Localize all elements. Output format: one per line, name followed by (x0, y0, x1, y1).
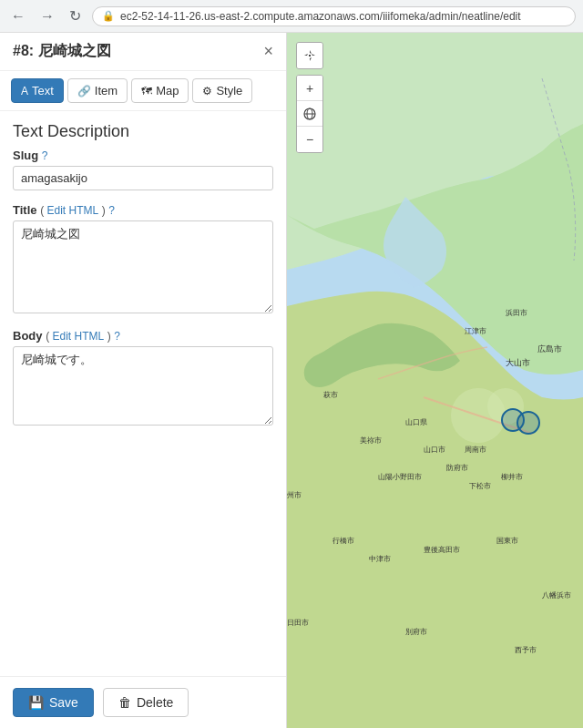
svg-text:防府市: 防府市 (446, 464, 468, 472)
svg-text:周南市: 周南市 (465, 446, 486, 454)
panel-header: #8: 尼崎城之図 × (0, 33, 286, 71)
tab-map[interactable]: 🗺 Map (131, 78, 189, 103)
slug-input[interactable] (13, 166, 273, 190)
text-tab-icon: A (21, 85, 28, 97)
pan-button[interactable] (297, 43, 322, 68)
svg-text:山口市: 山口市 (424, 446, 445, 454)
svg-text:中津市: 中津市 (369, 555, 391, 563)
title-edit-html-link[interactable]: Edit HTML (46, 204, 98, 217)
style-tab-icon: ⚙ (202, 85, 212, 97)
svg-text:国東市: 国東市 (496, 537, 518, 545)
save-icon: 💾 (28, 695, 44, 710)
main-layout: #8: 尼崎城之図 × A Text 🔗 Item 🗺 Map ⚙ Style … (0, 33, 583, 728)
svg-text:大山市: 大山市 (506, 358, 530, 367)
map-background[interactable]: 大山市 江津市 浜田市 広島市 山口県 山口市 美祢市 山陽小野田市 防府市 周… (287, 33, 583, 728)
svg-text:山陽小野田市: 山陽小野田市 (378, 473, 422, 481)
svg-marker-27 (310, 50, 312, 55)
pan-icon (303, 49, 316, 62)
map-tab-icon: 🗺 (141, 85, 152, 97)
tab-item[interactable]: 🔗 Item (67, 78, 128, 103)
refresh-button[interactable]: ↻ (66, 5, 85, 26)
map-svg: 大山市 江津市 浜田市 広島市 山口県 山口市 美祢市 山陽小野田市 防府市 周… (287, 33, 583, 728)
address-bar[interactable]: 🔒 ec2-52-14-11-26.us-east-2.compute.amaz… (92, 6, 576, 26)
svg-text:広島市: 広島市 (537, 344, 562, 354)
body-group: Body ( Edit HTML ) ? 尼崎城です。 (13, 329, 273, 428)
zoom-in-button[interactable]: + (297, 76, 322, 101)
tab-item-label: Item (95, 84, 118, 97)
delete-icon: 🗑 (118, 695, 131, 710)
panel-title: #8: 尼崎城之図 (13, 42, 111, 61)
lock-icon: 🔒 (102, 10, 115, 22)
zoom-control-group: + − (296, 75, 323, 153)
svg-text:山口県: 山口県 (405, 418, 427, 426)
delete-label: Delete (137, 695, 173, 710)
item-tab-icon: 🔗 (77, 85, 91, 97)
svg-text:州市: 州市 (287, 491, 302, 499)
tab-bar: A Text 🔗 Item 🗺 Map ⚙ Style (0, 71, 286, 111)
title-group: Title ( Edit HTML ) ? 尼崎城之図 (13, 203, 273, 316)
tab-style-label: Style (216, 84, 242, 97)
delete-button[interactable]: 🗑 Delete (103, 688, 189, 717)
save-label: Save (49, 695, 78, 710)
url-text: ec2-52-14-11-26.us-east-2.compute.amazon… (120, 10, 521, 23)
pan-control-group (296, 42, 323, 69)
map-controls: + − (296, 42, 323, 153)
tab-style[interactable]: ⚙ Style (192, 78, 252, 103)
svg-text:別府市: 別府市 (405, 628, 427, 636)
slug-help[interactable]: ? (42, 149, 48, 162)
svg-text:萩市: 萩市 (323, 391, 338, 399)
title-textarea[interactable]: 尼崎城之図 (13, 220, 273, 313)
body-edit-html-link[interactable]: Edit HTML (52, 330, 104, 343)
body-textarea[interactable]: 尼崎城です。 (13, 346, 273, 426)
svg-text:下松市: 下松市 (469, 482, 491, 490)
tab-text-label: Text (32, 84, 54, 97)
form-body: Slug ? Title ( Edit HTML ) ? 尼崎城之図 (0, 149, 286, 676)
close-button[interactable]: × (263, 42, 273, 61)
globe-button[interactable] (297, 101, 322, 127)
svg-text:江津市: 江津市 (465, 327, 486, 335)
svg-text:豊後高田市: 豊後高田市 (424, 546, 460, 554)
browser-bar: ← → ↻ 🔒 ec2-52-14-11-26.us-east-2.comput… (0, 0, 583, 33)
panel-footer: 💾 Save 🗑 Delete (0, 676, 286, 728)
svg-text:美祢市: 美祢市 (360, 436, 382, 445)
save-button[interactable]: 💾 Save (13, 688, 94, 717)
svg-marker-28 (310, 56, 312, 61)
svg-marker-29 (304, 54, 309, 56)
svg-text:西予市: 西予市 (515, 646, 537, 654)
svg-text:八幡浜市: 八幡浜市 (542, 591, 571, 600)
left-panel: #8: 尼崎城之図 × A Text 🔗 Item 🗺 Map ⚙ Style … (0, 33, 287, 728)
svg-text:日田市: 日田市 (287, 619, 309, 627)
body-label: Body ( Edit HTML ) ? (13, 329, 273, 343)
map-panel: 大山市 江津市 浜田市 広島市 山口県 山口市 美祢市 山陽小野田市 防府市 周… (287, 33, 583, 728)
slug-group: Slug ? (13, 149, 273, 190)
svg-text:行橋市: 行橋市 (332, 537, 354, 545)
forward-button[interactable]: → (36, 6, 58, 26)
title-label: Title ( Edit HTML ) ? (13, 203, 273, 217)
svg-rect-31 (309, 55, 311, 56)
svg-point-26 (517, 412, 539, 434)
title-help[interactable]: ? (108, 204, 115, 217)
back-button[interactable]: ← (7, 6, 29, 26)
section-title: Text Description (0, 111, 286, 149)
svg-text:浜田市: 浜田市 (506, 309, 527, 317)
zoom-out-button[interactable]: − (297, 127, 322, 152)
svg-marker-30 (311, 54, 315, 56)
tab-text[interactable]: A Text (11, 78, 64, 103)
slug-label: Slug ? (13, 149, 273, 162)
body-help[interactable]: ? (114, 330, 120, 343)
globe-icon (303, 108, 316, 120)
svg-text:柳井市: 柳井市 (501, 473, 523, 481)
tab-map-label: Map (156, 84, 179, 97)
